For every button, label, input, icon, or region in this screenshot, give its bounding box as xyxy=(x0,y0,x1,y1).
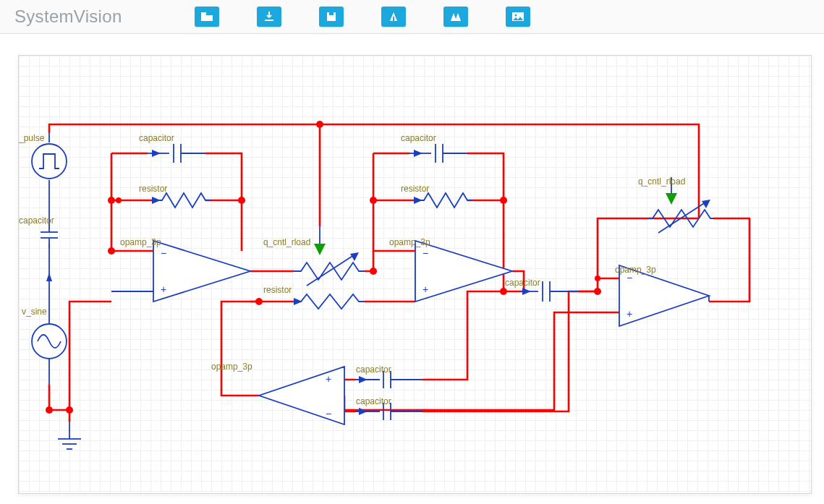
download-icon[interactable] xyxy=(257,7,281,27)
label-cap-mid: capacitor xyxy=(505,278,540,288)
q-cntl-rload-1[interactable] xyxy=(294,226,365,286)
svg-marker-29 xyxy=(314,244,326,255)
label-qcntl2: q_cntl_rload xyxy=(638,176,685,187)
schematic-svg: − + − + xyxy=(19,56,811,493)
svg-point-64 xyxy=(46,406,53,414)
svg-marker-49 xyxy=(359,376,368,383)
svg-marker-18 xyxy=(152,197,161,204)
v-sine-source[interactable] xyxy=(32,324,67,359)
svg-rect-1 xyxy=(265,20,273,21)
svg-point-63 xyxy=(66,406,73,414)
svg-point-65 xyxy=(255,298,263,305)
svg-point-54 xyxy=(108,197,115,204)
svg-rect-4 xyxy=(393,17,394,21)
svg-rect-0 xyxy=(201,12,206,14)
resistor-fb-1[interactable] xyxy=(152,193,211,208)
label-opamp3: opamp_3p xyxy=(615,265,656,275)
image-icon[interactable] xyxy=(506,7,530,27)
svg-marker-30 xyxy=(294,298,302,305)
label-opamp2: opamp_3p xyxy=(389,237,430,247)
label-cap-top1: capacitor xyxy=(139,133,174,143)
svg-point-56 xyxy=(108,247,115,255)
save-icon[interactable] xyxy=(319,7,344,27)
label-v-pulse: _pulse xyxy=(19,133,45,143)
opamp-2[interactable]: − + xyxy=(415,241,512,302)
svg-marker-17 xyxy=(152,150,161,157)
opamp-1[interactable]: − + xyxy=(111,241,250,302)
v-pulse-source[interactable] xyxy=(32,144,67,179)
solder-nodes xyxy=(46,121,601,414)
svg-text:+: + xyxy=(627,308,632,320)
svg-marker-21 xyxy=(414,150,422,157)
app-title: SystemVision xyxy=(14,7,122,27)
svg-marker-44 xyxy=(259,367,344,424)
svg-point-57 xyxy=(370,197,377,204)
svg-marker-40 xyxy=(666,193,677,205)
capacitor-top-2[interactable] xyxy=(409,144,467,163)
svg-marker-31 xyxy=(415,241,512,302)
opamp-4[interactable]: + − xyxy=(259,367,344,424)
svg-text:+: + xyxy=(326,373,331,385)
svg-point-62 xyxy=(595,276,600,281)
svg-marker-11 xyxy=(46,273,52,281)
svg-text:−: − xyxy=(422,247,428,259)
svg-text:+: + xyxy=(422,283,428,295)
label-res-mid: resistor xyxy=(263,285,292,295)
toolbar: SystemVision xyxy=(0,0,824,34)
ground-symbol[interactable] xyxy=(58,439,81,449)
svg-point-53 xyxy=(316,121,323,128)
capacitor-top-1[interactable] xyxy=(148,144,205,163)
label-v-sine: v_sine xyxy=(22,307,47,317)
labels: _pulse capacitor v_sine capacitor resist… xyxy=(19,133,685,406)
svg-point-58 xyxy=(500,197,507,204)
label-opamp4: opamp_3p xyxy=(211,362,252,372)
folder-icon[interactable] xyxy=(195,7,219,27)
svg-point-61 xyxy=(594,288,601,295)
svg-point-66 xyxy=(116,197,122,203)
label-opamp1: opamp_3p xyxy=(120,237,161,247)
svg-marker-52 xyxy=(359,408,368,415)
svg-text:−: − xyxy=(161,247,166,259)
label-cap-bot2: capacitor xyxy=(356,396,391,406)
svg-point-55 xyxy=(238,197,245,204)
label-qcntl1: q_cntl_rload xyxy=(263,237,310,247)
svg-rect-3 xyxy=(329,12,334,15)
svg-text:+: + xyxy=(161,283,166,295)
label-cap-top2: capacitor xyxy=(401,133,436,143)
svg-point-59 xyxy=(370,268,377,275)
label-cap-vert: capacitor xyxy=(19,215,54,226)
svg-marker-36 xyxy=(522,288,531,295)
svg-text:−: − xyxy=(326,408,331,419)
svg-marker-22 xyxy=(414,197,422,204)
run-icon[interactable] xyxy=(381,7,406,27)
svg-point-60 xyxy=(500,288,507,295)
label-cap-bot1: capacitor xyxy=(356,364,391,375)
svg-marker-23 xyxy=(153,241,250,302)
resistor-fb-2[interactable] xyxy=(414,193,473,208)
run-fast-icon[interactable] xyxy=(443,7,468,27)
svg-point-6 xyxy=(514,14,517,17)
label-res-fb1: resistor xyxy=(139,184,167,194)
label-res-fb2: resistor xyxy=(401,184,429,194)
schematic-canvas[interactable]: − + − + xyxy=(18,55,812,494)
resistor-mid[interactable] xyxy=(294,294,365,309)
svg-point-7 xyxy=(32,144,67,179)
